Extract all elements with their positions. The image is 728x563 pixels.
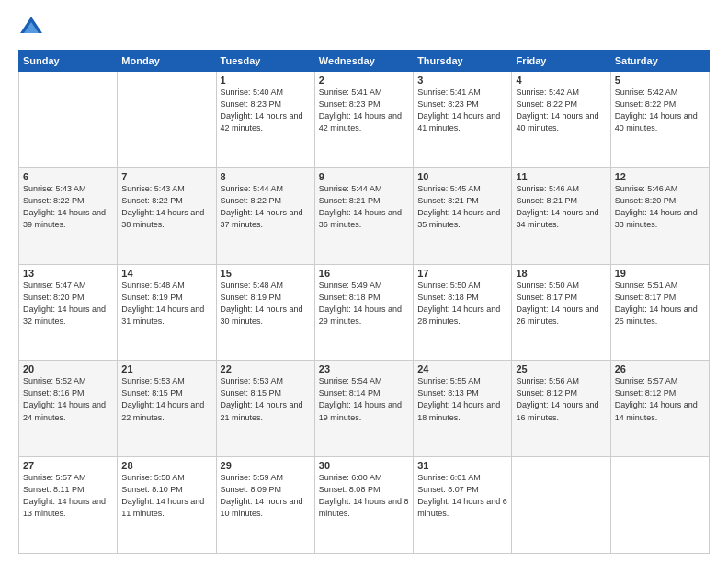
day-number: 6 <box>23 171 113 182</box>
calendar-header: SundayMondayTuesdayWednesdayThursdayFrid… <box>19 51 710 72</box>
calendar-cell: 21Sunrise: 5:53 AMSunset: 8:15 PMDayligh… <box>118 361 216 457</box>
calendar-cell: 10Sunrise: 5:45 AMSunset: 8:21 PMDayligh… <box>414 167 512 264</box>
calendar-cell: 9Sunrise: 5:44 AMSunset: 8:21 PMDaylight… <box>314 167 413 264</box>
calendar-cell: 14Sunrise: 5:48 AMSunset: 8:19 PMDayligh… <box>118 264 216 361</box>
day-number: 12 <box>615 171 705 182</box>
cell-info: Sunrise: 5:47 AMSunset: 8:20 PMDaylight:… <box>23 280 113 327</box>
weekday-header: Sunday <box>19 51 118 72</box>
calendar-cell: 11Sunrise: 5:46 AMSunset: 8:21 PMDayligh… <box>512 167 610 264</box>
day-number: 22 <box>221 363 311 374</box>
cell-info: Sunrise: 5:43 AMSunset: 8:22 PMDaylight:… <box>23 183 113 231</box>
cell-info: Sunrise: 5:48 AMSunset: 8:19 PMDaylight:… <box>221 280 311 327</box>
cell-info: Sunrise: 5:52 AMSunset: 8:16 PMDaylight:… <box>23 375 113 423</box>
day-number: 24 <box>417 363 507 374</box>
calendar-cell: 25Sunrise: 5:56 AMSunset: 8:12 PMDayligh… <box>512 361 610 457</box>
cell-info: Sunrise: 5:54 AMSunset: 8:14 PMDaylight:… <box>319 375 409 423</box>
calendar-cell: 29Sunrise: 5:59 AMSunset: 8:09 PMDayligh… <box>216 457 314 554</box>
calendar-cell: 26Sunrise: 5:57 AMSunset: 8:12 PMDayligh… <box>610 361 709 457</box>
cell-info: Sunrise: 5:58 AMSunset: 8:10 PMDaylight:… <box>121 472 211 520</box>
cell-info: Sunrise: 5:53 AMSunset: 8:15 PMDaylight:… <box>121 375 211 423</box>
day-number: 13 <box>23 268 113 279</box>
header <box>18 15 710 40</box>
day-number: 9 <box>319 171 409 182</box>
day-number: 14 <box>121 268 211 279</box>
weekday-header: Friday <box>512 51 610 72</box>
day-number: 30 <box>319 460 409 471</box>
cell-info: Sunrise: 5:55 AMSunset: 8:13 PMDaylight:… <box>417 375 507 423</box>
logo-icon <box>18 15 44 40</box>
day-number: 16 <box>319 268 409 279</box>
weekday-header: Wednesday <box>314 51 413 72</box>
calendar-cell: 23Sunrise: 5:54 AMSunset: 8:14 PMDayligh… <box>314 361 413 457</box>
day-number: 3 <box>417 75 507 86</box>
day-number: 5 <box>615 75 705 86</box>
cell-info: Sunrise: 5:41 AMSunset: 8:23 PMDaylight:… <box>417 86 507 134</box>
cell-info: Sunrise: 5:57 AMSunset: 8:11 PMDaylight:… <box>23 472 113 520</box>
calendar-cell: 3Sunrise: 5:41 AMSunset: 8:23 PMDaylight… <box>414 72 512 168</box>
calendar-cell: 2Sunrise: 5:41 AMSunset: 8:23 PMDaylight… <box>314 72 413 168</box>
logo <box>18 15 48 40</box>
calendar-body: 1Sunrise: 5:40 AMSunset: 8:23 PMDaylight… <box>19 72 710 554</box>
day-number: 2 <box>319 75 409 86</box>
cell-info: Sunrise: 5:57 AMSunset: 8:12 PMDaylight:… <box>615 375 705 423</box>
calendar-cell: 22Sunrise: 5:53 AMSunset: 8:15 PMDayligh… <box>216 361 314 457</box>
day-number: 31 <box>417 460 507 471</box>
calendar-week-row: 6Sunrise: 5:43 AMSunset: 8:22 PMDaylight… <box>19 167 710 264</box>
cell-info: Sunrise: 5:45 AMSunset: 8:21 PMDaylight:… <box>417 183 507 231</box>
day-number: 20 <box>23 363 113 374</box>
cell-info: Sunrise: 5:46 AMSunset: 8:21 PMDaylight:… <box>516 183 606 231</box>
day-number: 23 <box>319 363 409 374</box>
calendar-cell: 28Sunrise: 5:58 AMSunset: 8:10 PMDayligh… <box>118 457 216 554</box>
day-number: 7 <box>121 171 211 182</box>
cell-info: Sunrise: 5:42 AMSunset: 8:22 PMDaylight:… <box>615 86 705 134</box>
calendar-week-row: 20Sunrise: 5:52 AMSunset: 8:16 PMDayligh… <box>19 361 710 457</box>
calendar-week-row: 1Sunrise: 5:40 AMSunset: 8:23 PMDaylight… <box>19 72 710 168</box>
cell-info: Sunrise: 5:41 AMSunset: 8:23 PMDaylight:… <box>319 86 409 134</box>
calendar-cell: 17Sunrise: 5:50 AMSunset: 8:18 PMDayligh… <box>414 264 512 361</box>
calendar-cell: 18Sunrise: 5:50 AMSunset: 8:17 PMDayligh… <box>512 264 610 361</box>
day-number: 15 <box>221 268 311 279</box>
calendar-cell: 5Sunrise: 5:42 AMSunset: 8:22 PMDaylight… <box>610 72 709 168</box>
cell-info: Sunrise: 5:50 AMSunset: 8:18 PMDaylight:… <box>417 280 507 327</box>
cell-info: Sunrise: 5:51 AMSunset: 8:17 PMDaylight:… <box>615 280 705 327</box>
calendar-week-row: 13Sunrise: 5:47 AMSunset: 8:20 PMDayligh… <box>19 264 710 361</box>
cell-info: Sunrise: 5:56 AMSunset: 8:12 PMDaylight:… <box>516 375 606 423</box>
calendar-cell: 30Sunrise: 6:00 AMSunset: 8:08 PMDayligh… <box>314 457 413 554</box>
calendar-cell: 19Sunrise: 5:51 AMSunset: 8:17 PMDayligh… <box>610 264 709 361</box>
calendar-cell: 24Sunrise: 5:55 AMSunset: 8:13 PMDayligh… <box>414 361 512 457</box>
calendar-cell: 4Sunrise: 5:42 AMSunset: 8:22 PMDaylight… <box>512 72 610 168</box>
day-number: 8 <box>221 171 311 182</box>
cell-info: Sunrise: 5:44 AMSunset: 8:21 PMDaylight:… <box>319 183 409 231</box>
weekday-row: SundayMondayTuesdayWednesdayThursdayFrid… <box>19 51 710 72</box>
calendar-cell: 1Sunrise: 5:40 AMSunset: 8:23 PMDaylight… <box>216 72 314 168</box>
cell-info: Sunrise: 5:42 AMSunset: 8:22 PMDaylight:… <box>516 86 606 134</box>
calendar-cell: 13Sunrise: 5:47 AMSunset: 8:20 PMDayligh… <box>19 264 118 361</box>
cell-info: Sunrise: 5:43 AMSunset: 8:22 PMDaylight:… <box>121 183 211 231</box>
day-number: 21 <box>121 363 211 374</box>
calendar-cell <box>118 72 216 168</box>
cell-info: Sunrise: 5:48 AMSunset: 8:19 PMDaylight:… <box>121 280 211 327</box>
calendar-cell: 7Sunrise: 5:43 AMSunset: 8:22 PMDaylight… <box>118 167 216 264</box>
calendar-cell: 16Sunrise: 5:49 AMSunset: 8:18 PMDayligh… <box>314 264 413 361</box>
calendar-table: SundayMondayTuesdayWednesdayThursdayFrid… <box>18 50 710 554</box>
day-number: 10 <box>417 171 507 182</box>
calendar-cell: 15Sunrise: 5:48 AMSunset: 8:19 PMDayligh… <box>216 264 314 361</box>
calendar-cell <box>512 457 610 554</box>
calendar-cell: 8Sunrise: 5:44 AMSunset: 8:22 PMDaylight… <box>216 167 314 264</box>
calendar-cell: 31Sunrise: 6:01 AMSunset: 8:07 PMDayligh… <box>414 457 512 554</box>
cell-info: Sunrise: 5:50 AMSunset: 8:17 PMDaylight:… <box>516 280 606 327</box>
calendar-cell <box>19 72 118 168</box>
weekday-header: Tuesday <box>216 51 314 72</box>
calendar-week-row: 27Sunrise: 5:57 AMSunset: 8:11 PMDayligh… <box>19 457 710 554</box>
cell-info: Sunrise: 5:46 AMSunset: 8:20 PMDaylight:… <box>615 183 705 231</box>
day-number: 1 <box>221 75 311 86</box>
day-number: 29 <box>221 460 311 471</box>
weekday-header: Thursday <box>414 51 512 72</box>
day-number: 17 <box>417 268 507 279</box>
cell-info: Sunrise: 5:59 AMSunset: 8:09 PMDaylight:… <box>221 472 311 520</box>
day-number: 27 <box>23 460 113 471</box>
calendar-cell <box>610 457 709 554</box>
cell-info: Sunrise: 6:00 AMSunset: 8:08 PMDaylight:… <box>319 472 409 520</box>
day-number: 4 <box>516 75 606 86</box>
day-number: 28 <box>121 460 211 471</box>
